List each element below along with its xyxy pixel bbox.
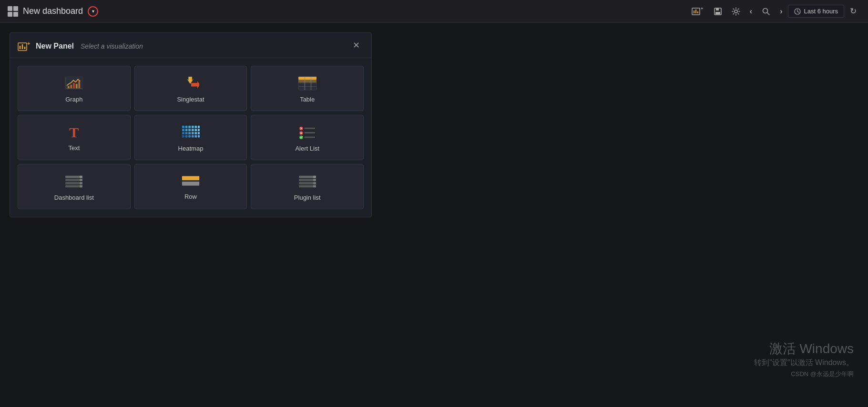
svg-rect-53	[194, 132, 197, 134]
svg-rect-62	[304, 128, 315, 129]
save-icon	[714, 7, 722, 16]
add-panel-icon: +	[692, 6, 704, 17]
svg-rect-59	[194, 135, 197, 138]
svg-rect-79	[182, 182, 199, 186]
viz-item-heatmap[interactable]: Heatmap	[134, 115, 247, 160]
viz-item-text[interactable]: T Text	[18, 115, 131, 160]
prev-button[interactable]: ‹	[746, 4, 756, 19]
panel-modal-header: + New Panel Select a visualization ✕	[10, 33, 371, 58]
dashboard-dropdown-button[interactable]: ▾	[88, 6, 98, 17]
svg-rect-46	[192, 129, 194, 131]
svg-rect-33	[298, 77, 317, 80]
time-range-label: Last 6 hours	[804, 8, 838, 15]
svg-text:+: +	[27, 41, 30, 46]
singlestat-icon	[182, 76, 199, 91]
heatmap-icon	[181, 125, 200, 140]
svg-rect-43	[182, 129, 184, 131]
text-icon: T	[69, 125, 79, 140]
viz-label-pluginlist: Plugin list	[294, 194, 321, 201]
topbar-right: + ‹	[688, 3, 860, 20]
svg-rect-58	[192, 135, 194, 138]
svg-rect-60	[198, 135, 200, 138]
viz-label-dashlist: Dashboard list	[54, 194, 94, 201]
viz-label-text: Text	[68, 144, 80, 152]
viz-item-pluginlist[interactable]: Plugin list	[251, 164, 364, 209]
add-panel-button[interactable]: +	[688, 3, 708, 20]
dashlist-icon	[64, 174, 83, 189]
svg-rect-40	[192, 126, 194, 128]
table-icon	[298, 76, 317, 91]
viz-item-graph[interactable]: Graph	[18, 66, 131, 111]
settings-icon	[732, 7, 740, 16]
panel-close-button[interactable]: ✕	[349, 38, 364, 52]
svg-rect-41	[194, 126, 197, 128]
svg-rect-23	[71, 85, 72, 89]
svg-rect-42	[198, 126, 200, 128]
svg-rect-51	[188, 132, 191, 134]
grafana-logo-icon	[8, 6, 18, 17]
watermark-title: 激活 Windows	[754, 340, 854, 358]
panel-modal-title: New Panel	[36, 42, 74, 51]
svg-rect-64	[304, 132, 315, 133]
new-panel-header-icon: +	[18, 41, 31, 52]
svg-point-8	[735, 10, 737, 13]
windows-watermark: 激活 Windows 转到"设置"以激活 Windows。 CSDN @永远是少…	[754, 340, 854, 378]
watermark-credit: CSDN @永远是少年啊	[754, 370, 854, 378]
svg-rect-85	[313, 179, 316, 181]
svg-rect-24	[73, 83, 75, 88]
viz-item-alertlist[interactable]: ✕ ✕ ✓ Alert List	[251, 115, 364, 160]
zoom-button[interactable]	[758, 4, 774, 19]
svg-rect-56	[185, 135, 188, 138]
settings-button[interactable]	[728, 4, 744, 19]
svg-rect-77	[80, 185, 83, 188]
svg-rect-66	[304, 136, 315, 138]
svg-rect-87	[313, 185, 316, 188]
svg-rect-34	[298, 80, 317, 82]
topbar: New dashboard ▾ +	[0, 0, 868, 23]
refresh-icon: ↻	[850, 6, 857, 16]
new-panel-modal: + New Panel Select a visualization ✕	[10, 32, 372, 217]
viz-label-heatmap: Heatmap	[178, 145, 204, 152]
viz-item-table[interactable]: Table	[251, 66, 364, 111]
svg-text:✓: ✓	[300, 135, 303, 140]
row-icon	[181, 175, 200, 188]
svg-text:✕: ✕	[300, 132, 303, 135]
viz-item-dashlist[interactable]: Dashboard list	[18, 164, 131, 209]
svg-rect-37	[182, 126, 184, 128]
svg-rect-50	[185, 132, 188, 134]
save-button[interactable]	[710, 4, 726, 19]
svg-rect-6	[716, 8, 719, 10]
svg-rect-86	[313, 182, 316, 184]
svg-rect-57	[188, 135, 191, 138]
svg-line-13	[797, 11, 799, 12]
svg-rect-48	[198, 129, 200, 131]
chevron-left-icon: ‹	[750, 7, 752, 16]
viz-label-graph: Graph	[65, 96, 82, 103]
svg-rect-45	[188, 129, 191, 131]
svg-rect-54	[198, 132, 200, 134]
viz-item-singlestat[interactable]: Singlestat	[134, 66, 247, 111]
svg-rect-55	[182, 135, 184, 138]
pluginlist-icon	[298, 174, 317, 189]
svg-line-10	[767, 12, 770, 15]
viz-item-row[interactable]: Row	[134, 164, 247, 209]
svg-rect-76	[80, 182, 83, 184]
svg-rect-84	[313, 176, 316, 178]
svg-text:+: +	[701, 6, 703, 11]
svg-rect-22	[68, 86, 70, 89]
svg-rect-52	[192, 132, 194, 134]
next-button[interactable]: ›	[776, 4, 786, 19]
refresh-button[interactable]: ↻	[846, 3, 860, 19]
svg-rect-47	[194, 129, 197, 131]
viz-label-singlestat: Singlestat	[177, 96, 204, 103]
svg-rect-7	[715, 12, 720, 14]
viz-label-alertlist: Alert List	[295, 145, 319, 152]
viz-label-table: Table	[300, 96, 315, 103]
time-range-button[interactable]: Last 6 hours	[788, 5, 844, 18]
topbar-left: New dashboard ▾	[8, 6, 98, 17]
visualization-grid: Graph Singlestat	[10, 58, 371, 217]
svg-rect-39	[188, 126, 191, 128]
svg-rect-38	[185, 126, 188, 128]
svg-text:✕: ✕	[300, 127, 303, 130]
clock-icon	[794, 8, 801, 15]
